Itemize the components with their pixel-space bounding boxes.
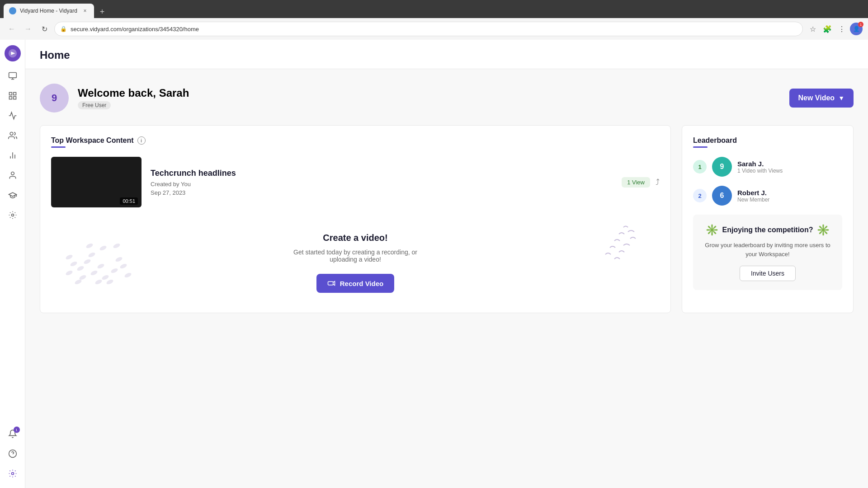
svg-point-13 xyxy=(11,473,14,475)
svg-point-21 xyxy=(97,263,105,269)
svg-rect-1 xyxy=(9,73,16,78)
profile-badge: 1 xyxy=(858,22,863,27)
page-title: Home xyxy=(40,49,854,61)
competition-title: Enjoying the competition? xyxy=(722,226,813,234)
welcome-greeting: Welcome back, Sarah xyxy=(78,87,189,99)
view-count-badge: 1 View xyxy=(622,177,650,188)
svg-rect-3 xyxy=(13,93,16,95)
sidebar-item-integrations[interactable] xyxy=(4,206,22,224)
svg-point-22 xyxy=(88,252,96,258)
svg-point-31 xyxy=(85,243,94,249)
sidebar-item-library[interactable] xyxy=(4,87,22,105)
sidebar-item-learning[interactable] xyxy=(4,186,22,204)
browser-tab[interactable]: Vidyard Home - Vidyard × xyxy=(4,4,94,18)
right-column: Leaderboard 1 9 Sarah J. 1 Video with Vi… xyxy=(682,125,854,313)
svg-point-28 xyxy=(106,279,114,285)
sidebar-item-help[interactable] xyxy=(4,445,22,463)
svg-point-19 xyxy=(79,274,87,281)
svg-point-25 xyxy=(94,279,103,285)
tab-title: Vidyard Home - Vidyard xyxy=(20,8,78,14)
main-content: Home 9 Welcome back, Sarah Free User New… xyxy=(25,40,868,488)
svg-rect-2 xyxy=(9,93,12,95)
notification-badge: 1 xyxy=(14,427,20,433)
svg-point-32 xyxy=(99,245,107,251)
competition-header: ✳️ Enjoying the competition? ✳️ xyxy=(702,224,833,236)
svg-point-24 xyxy=(110,267,118,274)
competition-description: Grow your leaderboard by inviting more u… xyxy=(702,241,833,258)
video-item: 00:51 Techcrunch headlines Created by Yo… xyxy=(51,157,660,207)
create-video-cta: Create a video! Get started today by cre… xyxy=(51,218,660,302)
more-button[interactable]: ⋮ xyxy=(835,23,848,35)
welcome-left: 9 Welcome back, Sarah Free User xyxy=(40,84,189,113)
share-icon[interactable]: ⤴ xyxy=(656,178,660,187)
tab-favicon xyxy=(9,7,16,14)
profile-icon: 👤 xyxy=(853,26,860,32)
leaderboard-item-2: 2 6 Robert J. New Member xyxy=(693,186,842,206)
svg-point-23 xyxy=(101,274,109,281)
new-video-label: New Video xyxy=(798,94,835,102)
video-thumbnail[interactable]: 00:51 xyxy=(51,157,142,207)
lb-name-1: Sarah J. xyxy=(737,160,783,168)
content-area: 9 Welcome back, Sarah Free User New Vide… xyxy=(25,69,868,488)
record-button-label: Record Video xyxy=(340,280,383,287)
create-video-description: Get started today by creating a recordin… xyxy=(283,249,428,263)
lb-desc-2: New Member xyxy=(737,197,769,203)
sidebar-item-settings[interactable] xyxy=(4,465,22,483)
sidebar-item-analytics[interactable] xyxy=(4,107,22,125)
create-video-title: Create a video! xyxy=(60,233,651,243)
url-text: secure.vidyard.com/organizations/3454320… xyxy=(71,26,797,33)
svg-rect-5 xyxy=(13,97,16,99)
svg-point-26 xyxy=(74,279,82,285)
dropdown-arrow-icon: ▼ xyxy=(838,94,844,102)
section-underline xyxy=(51,146,66,148)
two-column-layout: Top Workspace Content i 00:51 Techcrunch… xyxy=(40,125,854,313)
profile-button[interactable]: 👤 1 xyxy=(850,23,863,35)
svg-point-15 xyxy=(76,265,85,272)
sidebar-item-video[interactable] xyxy=(4,67,22,85)
new-tab-button[interactable]: + xyxy=(96,5,108,18)
sidebar-item-contacts[interactable] xyxy=(4,166,22,184)
video-creator: Created by You xyxy=(151,181,613,188)
video-duration: 00:51 xyxy=(120,197,138,205)
forward-button[interactable]: → xyxy=(22,23,34,35)
reload-button[interactable]: ↻ xyxy=(38,23,51,35)
sidebar-item-notifications[interactable]: 1 xyxy=(4,425,22,443)
video-info: Techcrunch headlines Created by You Sep … xyxy=(151,169,613,196)
tab-close-button[interactable]: × xyxy=(81,7,89,14)
sidebar: 1 xyxy=(0,40,25,488)
welcome-info: Welcome back, Sarah Free User xyxy=(78,87,189,109)
record-video-button[interactable]: Record Video xyxy=(316,274,394,293)
lb-desc-1: 1 Video with Views xyxy=(737,168,783,174)
sidebar-item-reports[interactable] xyxy=(4,146,22,164)
invite-users-button[interactable]: Invite Users xyxy=(740,266,796,281)
svg-point-11 xyxy=(11,214,14,216)
leaderboard-underline xyxy=(693,146,708,148)
address-bar[interactable]: 🔒 secure.vidyard.com/organizations/34543… xyxy=(54,22,803,36)
user-role-badge: Free User xyxy=(78,101,111,109)
rank-1-badge: 1 xyxy=(693,160,707,174)
bookmark-button[interactable]: ☆ xyxy=(807,23,819,35)
lb-info-1: Sarah J. 1 Video with Views xyxy=(737,160,783,174)
svg-point-16 xyxy=(70,261,78,267)
svg-point-30 xyxy=(119,263,127,269)
new-video-button[interactable]: New Video ▼ xyxy=(789,89,854,108)
invite-button-label: Invite Users xyxy=(751,270,784,277)
user-avatar: 9 xyxy=(40,84,69,113)
sidebar-item-team[interactable] xyxy=(4,127,22,145)
back-button[interactable]: ← xyxy=(5,23,18,35)
info-icon[interactable]: i xyxy=(137,136,146,145)
lock-icon: 🔒 xyxy=(60,26,67,32)
top-content-title: Top Workspace Content i xyxy=(51,136,660,145)
app-logo[interactable] xyxy=(5,45,21,61)
logo-icon xyxy=(8,48,18,58)
svg-point-17 xyxy=(83,258,91,265)
svg-rect-4 xyxy=(9,97,12,99)
decorative-dots-left xyxy=(65,241,137,288)
svg-rect-34 xyxy=(328,282,333,285)
svg-point-27 xyxy=(115,256,123,263)
leaderboard-title: Leaderboard xyxy=(693,136,842,145)
extensions-button[interactable]: 🧩 xyxy=(821,23,834,35)
competition-card: ✳️ Enjoying the competition? ✳️ Grow you… xyxy=(693,215,842,290)
page-header: Home xyxy=(25,40,868,69)
decorative-birds-right xyxy=(587,223,637,265)
